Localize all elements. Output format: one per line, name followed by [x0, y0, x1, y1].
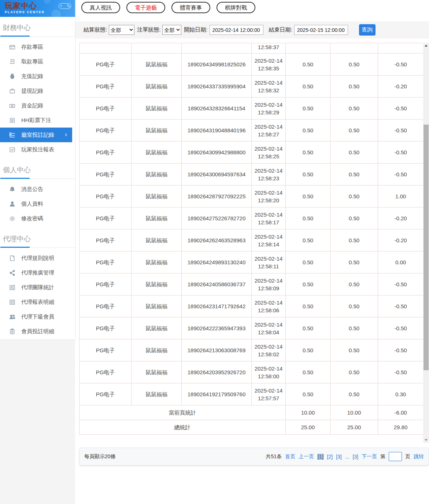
sidebar-item-代理團隊統計[interactable]: 代理團隊統計: [0, 280, 75, 295]
table-row: PG电子鼠鼠福福18902642039529267202025-02-1412:…: [79, 361, 424, 383]
order-status-select[interactable]: 全部: [162, 25, 181, 35]
wallet-icon: [9, 88, 15, 94]
jump-button[interactable]: 跳转: [414, 453, 424, 460]
sidebar-item-個人資料[interactable]: 個人資料: [0, 196, 75, 211]
cell-time: 2025-02-1412:58:32: [252, 76, 286, 98]
cell-bet: 0.50: [286, 54, 330, 76]
tab-live-video[interactable]: 真人視訊: [81, 2, 120, 13]
sidebar: 玩家中心 PLAYERS CENTER 財務中心存款專區取款專區充值記錄提現記錄…: [0, 0, 75, 504]
cell-valid: 0.50: [330, 98, 378, 119]
cell-time: 12:58:37: [252, 43, 286, 54]
cell-time: 2025-02-1412:58:27: [252, 119, 286, 141]
bell-icon: [9, 186, 15, 192]
settle-status-label: 結算狀態:: [84, 26, 107, 33]
section-divider: [0, 247, 75, 248]
page-number-link[interactable]: [2]: [327, 454, 333, 460]
cell-game: [132, 43, 182, 54]
end-date-input[interactable]: [294, 25, 348, 35]
document-icon: [9, 255, 15, 261]
cell-order-id: 1890264309942988800: [182, 141, 252, 163]
first-page-link[interactable]: 首页: [285, 453, 295, 460]
cell-valid: 0.50: [330, 295, 378, 317]
sidebar-item-label: 資金記錄: [21, 102, 43, 109]
sidebar-item-資金記錄[interactable]: 資金記錄: [0, 98, 75, 113]
cell-game: 鼠鼠福福: [132, 76, 182, 98]
cell-provider: PG电子: [79, 163, 132, 185]
cell-order-id: 1890264319048840196: [182, 119, 252, 141]
sidebar-item-label: 代理報表明細: [21, 299, 54, 306]
section-divider: [0, 178, 75, 179]
table-row: PG电子鼠鼠福福18902642314717926422025-02-1412:…: [79, 295, 424, 317]
deposit-card-icon: [9, 44, 15, 50]
sidebar-item-廳室投註記錄[interactable]: 廳室投註記錄›: [0, 128, 72, 142]
sidebar-item-代理規則說明[interactable]: 代理規則說明: [0, 251, 75, 265]
cell-time: 2025-02-1412:58:00: [252, 361, 286, 383]
page-number-link[interactable]: [1]: [317, 454, 324, 460]
sidebar-item-代理下級會員[interactable]: 代理下級會員: [0, 309, 75, 324]
sidebar-item-存款專區[interactable]: 存款專區: [0, 40, 75, 54]
next-page-link[interactable]: 下一页: [362, 453, 377, 460]
table-row: PG电子鼠鼠福福18902643006945976342025-02-1412:…: [79, 163, 424, 185]
cell-profit: -0.50: [378, 163, 424, 185]
tab-sports[interactable]: 體育賽事: [171, 2, 210, 13]
search-button[interactable]: 查詢: [359, 24, 376, 36]
sidebar-item-label: 取款專區: [21, 58, 43, 65]
cell-order-id: [182, 43, 252, 54]
cell-profit: 0.30: [378, 383, 424, 405]
cell-valid: 0.50: [330, 251, 378, 273]
sidebar-item-提現記錄[interactable]: 提現記錄: [0, 84, 75, 98]
chevron-right-icon: ›: [65, 131, 67, 138]
sidebar-item-label: 代理下級會員: [21, 313, 54, 320]
cell-profit: -0.50: [378, 98, 424, 119]
page-number-link[interactable]: [3]: [352, 454, 358, 460]
sidebar-item-代理報表明細[interactable]: 代理報表明細: [0, 295, 75, 309]
scrollbar-up-arrow-icon[interactable]: [423, 43, 429, 48]
table-scroll-area[interactable]: 12:58:37 PG电子鼠鼠福福18902643499818250262025…: [79, 43, 423, 443]
page-summary-row: 當前頁統計 10.00 10.00 -6.00: [79, 405, 424, 420]
scrollbar-down-arrow-icon[interactable]: [423, 437, 429, 443]
cell-game: 鼠鼠福福: [132, 54, 182, 76]
page-number-link[interactable]: [3]: [336, 454, 342, 460]
sidebar-item-消息公告[interactable]: 消息公告: [0, 182, 75, 196]
start-date-input[interactable]: [210, 25, 263, 35]
sidebar-section-title: 代理中心: [0, 228, 75, 247]
prev-page-link[interactable]: 上一页: [299, 453, 314, 460]
cell-provider: PG电子: [79, 141, 132, 163]
sidebar-item-label: HH彩票下注: [21, 117, 51, 124]
cell-order-id: 1890264337335995904: [182, 76, 252, 98]
cell-time: 2025-02-1412:57:57: [252, 383, 286, 405]
vertical-scrollbar[interactable]: [423, 43, 429, 443]
cell-game: 鼠鼠福福: [132, 339, 182, 361]
tab-board-games[interactable]: 棋牌對戰: [217, 2, 255, 13]
sidebar-item-HH彩票下注[interactable]: HH彩票下注: [0, 113, 75, 128]
app-logo: 玩家中心 PLAYERS CENTER: [0, 0, 75, 17]
sidebar-section-title: 個人中心: [0, 159, 75, 178]
sidebar-item-代理推廣管理[interactable]: 代理推廣管理: [0, 265, 75, 280]
cell-game: 鼠鼠福福: [132, 119, 182, 141]
cell-order-id: 1890264349981825026: [182, 54, 252, 76]
users-icon: [9, 314, 15, 320]
cell-time: 2025-02-1412:58:17: [252, 207, 286, 229]
sidebar-menu: 玩家中心 PLAYERS CENTER 財務中心存款專區取款專區充值記錄提現記錄…: [0, 0, 75, 339]
sidebar-item-充值記錄[interactable]: 充值記錄: [0, 69, 75, 84]
sidebar-item-玩家投注報表[interactable]: 玩家投注報表: [0, 142, 75, 157]
settle-status-select[interactable]: 全部: [109, 25, 134, 35]
cell-valid: 0.50: [330, 207, 378, 229]
cell-profit: -0.50: [378, 361, 424, 383]
cell-valid: 0.50: [330, 339, 378, 361]
cell-game: 鼠鼠福福: [132, 229, 182, 251]
jump-page-input[interactable]: [389, 452, 402, 461]
sidebar-item-label: 廳室投註記錄: [21, 132, 54, 139]
tab-electronic-games[interactable]: 電子遊藝: [126, 2, 165, 13]
scrollbar-thumb[interactable]: [424, 125, 429, 370]
banknote-icon: [9, 103, 15, 109]
sidebar-item-取款專區[interactable]: 取款專區: [0, 54, 75, 69]
sidebar-item-會員投註明細[interactable]: 會員投註明細: [0, 324, 75, 339]
sidebar-item-修改密碼[interactable]: 修改密碼: [0, 211, 75, 226]
cell-valid: 0.50: [330, 229, 378, 251]
cell-order-id: 1890264240586036737: [182, 273, 252, 295]
sidebar-footer: [0, 339, 75, 504]
category-tabs: 真人視訊 電子遊藝 體育賽事 棋牌對戰: [81, 2, 255, 13]
jump-suffix-label: 页: [405, 453, 410, 460]
cell-order-id: 1890264328326641154: [182, 98, 252, 119]
